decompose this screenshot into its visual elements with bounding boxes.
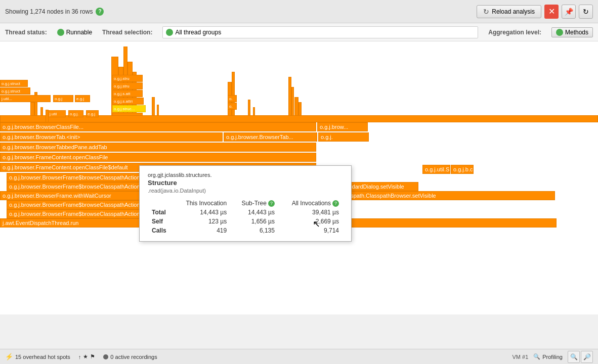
aggregation-label: Aggregation level: — [488, 29, 541, 36]
reload-button[interactable]: ↻ Reload analysis — [477, 5, 541, 18]
tooltip-calls-all: 9,714 — [279, 226, 343, 235]
search-button-1[interactable]: 🔍 — [568, 351, 580, 363]
tooltip-row-self: Self 123 µs 1,656 µs 2,669 µs — [148, 217, 343, 226]
recordings-label: 0 active recordings — [110, 354, 157, 360]
tooltip-self-this: 123 µs — [174, 217, 231, 226]
tooltip-col-empty — [148, 199, 174, 208]
call-row-label: j.awt.EventDispatchThread.run — [3, 220, 78, 226]
flame-chart[interactable]: o.g.j.stru o.g.j.stru o.g.j.s.att o.g.j.… — [0, 41, 598, 122]
tooltip-total-all: 39,481 µs — [279, 208, 343, 217]
flame-bar-row: e.g.j — [75, 95, 90, 102]
thread-select-box[interactable]: All thread groups — [162, 26, 478, 38]
status-right: VM #1 🔍 Profiling 🔍 🔎 — [512, 351, 593, 363]
call-row-label: o.g.j.util.S — [425, 166, 449, 172]
call-row[interactable]: o.g.j.util.S — [422, 165, 450, 174]
pin-button[interactable]: 📌 — [562, 5, 576, 19]
flame-bar-row: o.g.j.struct — [0, 87, 30, 95]
call-row-label: o.g.j.browser.FrameContent.openClassFile — [3, 154, 108, 160]
nodes-help-icon[interactable]: ? — [96, 8, 104, 16]
flame-bar-labeled: o. — [228, 103, 237, 110]
search-button-2[interactable]: 🔎 — [581, 351, 593, 363]
status-bar: ⚡ 15 overhead hot spots ↑ ★ ⚑ 0 active r… — [0, 349, 598, 364]
tooltip-calls-subtree: 6,135 — [231, 226, 279, 235]
nodes-info: Showing 1,274 nodes in 36 rows — [5, 8, 93, 15]
top-toolbar: Showing 1,274 nodes in 36 rows ? ↻ Reloa… — [0, 0, 598, 23]
tooltip-row-label: Self — [148, 217, 174, 226]
reload-label: Reload analysis — [492, 8, 535, 15]
runnable-status: Runnable — [57, 29, 92, 36]
profiling-icon: 🔍 — [533, 353, 540, 360]
runnable-dot — [57, 29, 64, 36]
call-row[interactable]: o.g.j.b.c. — [451, 165, 474, 174]
call-row[interactable]: o.g.j. — [318, 132, 369, 142]
tooltip-popup: org.gjt.jclasslib.structures. Structure … — [139, 165, 352, 242]
call-row-label: o.g.j.b.c. — [453, 166, 474, 172]
tooltip-col-subtree: Sub-Tree ? — [231, 199, 279, 208]
search-buttons: 🔍 🔎 — [568, 351, 593, 363]
thread-bar: Thread status: Runnable Thread selection… — [0, 23, 598, 41]
all-thread-groups: All thread groups — [175, 29, 221, 36]
hotspots-item: ⚡ 15 overhead hot spots — [5, 353, 70, 360]
call-row-label: o.g.j.browser.BrowserTabbedPane.addTab — [3, 144, 107, 150]
call-row-label: o.g.j.brow... — [320, 124, 348, 130]
call-row-label: o.g.j.browser.BrowserFrame.withWaitCurso… — [3, 193, 111, 199]
tooltip-class: org.gjt.jclasslib.structures. — [148, 172, 343, 178]
close-button[interactable]: ✕ — [544, 5, 559, 19]
hotspots-label: 15 overhead hot spots — [15, 354, 70, 360]
tooltip-method: Structure — [148, 179, 343, 187]
flag-icon[interactable]: ⚑ — [90, 353, 95, 360]
tooltip-row-label: Total — [148, 208, 174, 217]
flame-bar-row: j.util... — [0, 95, 51, 102]
call-row[interactable]: o.g.j.browser.BrowserTabbedPane.addTab — [0, 143, 316, 152]
recordings-item: 0 active recordings — [103, 354, 157, 360]
tooltip-total-this: 14,443 µs — [174, 208, 231, 217]
hotspots-icon: ⚡ — [5, 353, 13, 360]
refresh-button[interactable]: ↻ — [579, 5, 593, 19]
thread-selection-label: Thread selection: — [102, 29, 152, 36]
methods-button[interactable]: Methods — [551, 27, 593, 37]
flame-bar-labeled: o.g.j.stru — [112, 75, 143, 82]
flame-bar-labeled: o.g.j.s.attri — [112, 98, 144, 105]
tooltip-total-subtree: 14,443 µs — [231, 208, 279, 217]
call-row-label: o.g.j.browser.FrameContent.openClassFile… — [3, 164, 128, 170]
up-icon[interactable]: ↑ — [78, 354, 81, 360]
tooltip-col-all: All Invocations ? — [279, 199, 343, 208]
chart-area: o.g.j.stru o.g.j.stru o.g.j.s.att o.g.j.… — [0, 41, 598, 314]
tooltip-params: .read(java.io.DataInput) — [148, 188, 343, 194]
thread-select-icon — [166, 29, 173, 36]
top-bar-left: Showing 1,274 nodes in 36 rows ? — [5, 8, 104, 16]
profiling-button[interactable]: 🔍 Profiling — [533, 353, 563, 360]
nav-icons: ↑ ★ ⚑ — [78, 353, 96, 360]
flame-bar-highlight: o.g.j.struc... — [112, 105, 146, 112]
all-invocations-help-icon[interactable]: ? — [332, 200, 339, 207]
call-row-label: o.g.j.browser.BrowserTab... — [226, 134, 293, 140]
reload-icon: ↻ — [483, 8, 489, 16]
flame-bar-labeled: j.util — [48, 110, 66, 117]
call-row[interactable]: o.g.j.browser.BrowserTab... — [224, 132, 317, 142]
vm-label: VM #1 — [512, 354, 528, 360]
flame-bar-labeled: o. — [228, 95, 237, 102]
methods-icon — [556, 29, 563, 36]
subtree-help-icon[interactable]: ? — [268, 200, 275, 207]
call-row-label: o.g.j.browser.BrowserTab.<init> — [3, 134, 80, 140]
tooltip-row-calls: Calls 419 6,135 9,714 — [148, 226, 343, 235]
tooltip-row-label: Calls — [148, 226, 174, 235]
recording-dot — [103, 354, 108, 359]
call-row[interactable]: o.g.j.b.c.classpath.ClasspathBrowser.set… — [317, 191, 555, 200]
call-row[interactable]: o.g.j.brow... — [317, 122, 368, 131]
call-row[interactable]: o.g.j.browser.BrowserTab.<init> — [0, 132, 223, 142]
tooltip-self-subtree: 1,656 µs — [231, 217, 279, 226]
flame-bar-labeled: e.g.j — [86, 110, 99, 117]
tooltip-calls-this: 419 — [174, 226, 231, 235]
flame-bar-row: o.g.j — [53, 95, 73, 102]
star-icon[interactable]: ★ — [83, 353, 88, 360]
call-row-label: o.g.j. — [321, 134, 333, 140]
flame-bar-labeled: o.g.j.s.att — [112, 90, 143, 97]
methods-label: Methods — [565, 29, 588, 36]
runnable-label: Runnable — [66, 29, 92, 36]
top-bar-right: ↻ Reload analysis ✕ 📌 ↻ — [477, 5, 593, 19]
call-row[interactable]: o.g.j.browser.FrameContent.openClassFile — [0, 153, 316, 162]
call-row[interactable]: o.g.j.browser.BrowserClassFile... — [0, 122, 316, 131]
flame-bar-labeled: o.g.j. — [68, 110, 83, 117]
thread-status-label: Thread status: — [5, 29, 47, 36]
